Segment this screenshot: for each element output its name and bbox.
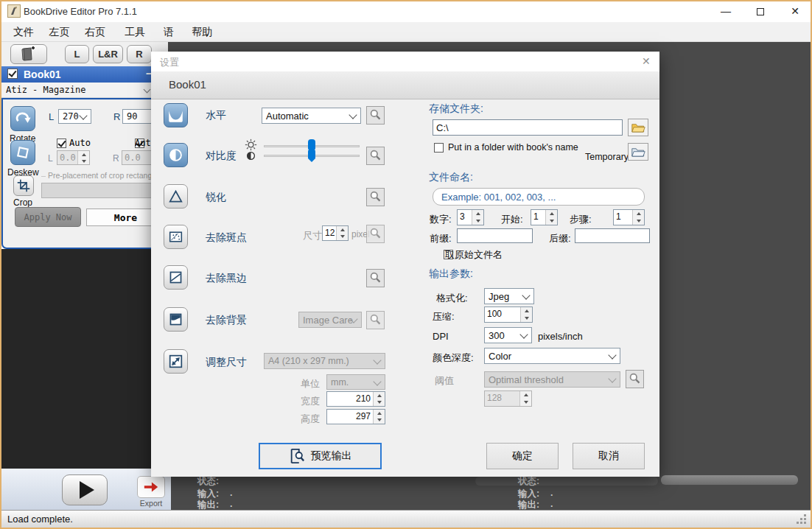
menu-tools[interactable]: 工具 — [119, 22, 151, 43]
resize-unit-label: 单位 — [301, 377, 320, 390]
color-depth-select[interactable]: Color — [484, 348, 620, 364]
menu-bar: 文件 左页 右页 工具 语 帮助 — [0, 22, 812, 42]
export-button[interactable] — [137, 476, 165, 498]
maximize-button[interactable] — [748, 0, 773, 22]
magnifier-icon — [629, 373, 641, 385]
threshold-value-spinner[interactable]: 128 — [484, 390, 532, 407]
step-spinner[interactable]: 1 — [613, 209, 645, 225]
spin-down-icon[interactable] — [520, 399, 531, 406]
spin-down-icon[interactable] — [472, 217, 483, 225]
rotate-icon[interactable] — [10, 106, 35, 131]
compression-label: 压缩: — [433, 310, 455, 323]
spin-down-icon[interactable] — [521, 315, 532, 322]
spin-up-icon[interactable] — [546, 210, 557, 217]
deskew-l-spinner[interactable]: 0.0 — [57, 150, 90, 165]
menu-left-page[interactable]: 左页 — [43, 22, 75, 43]
contrast-label: 对比度 — [206, 150, 237, 163]
resize-height-spinner[interactable]: 297 — [326, 409, 385, 424]
resize-unit-select[interactable]: mm. — [326, 374, 385, 390]
contrast-preview-button[interactable] — [366, 147, 385, 165]
despeckle-preview-button[interactable] — [366, 225, 385, 243]
spin-up-icon[interactable] — [521, 307, 532, 315]
play-button[interactable] — [62, 474, 108, 505]
ok-button[interactable]: 确定 — [486, 443, 559, 469]
level-select[interactable]: Automatic — [262, 108, 361, 124]
deskew-icon[interactable] — [10, 140, 35, 165]
export-label: Export — [131, 499, 171, 508]
menu-language[interactable]: 语 — [158, 22, 180, 43]
chevron-down-icon — [522, 291, 530, 299]
storage-path-input[interactable] — [433, 119, 623, 136]
start-spinner[interactable]: 1 — [531, 209, 558, 225]
compression-spinner[interactable]: 100 — [484, 306, 533, 323]
rotate-l-select[interactable]: 270 — [58, 109, 91, 124]
both-pages-button[interactable]: L&R — [93, 45, 123, 63]
resize-preset-select[interactable]: A4 (210 x 297 mm.) — [264, 353, 385, 369]
contrast-slider-thumb[interactable] — [308, 149, 315, 162]
spin-down-icon[interactable] — [374, 399, 385, 407]
temporary-label: Temporary — [585, 152, 629, 162]
minimize-button[interactable]: — — [713, 0, 738, 22]
book-checkbox[interactable] — [7, 69, 18, 79]
resize-label: 调整尺寸 — [206, 356, 247, 369]
spin-up-icon[interactable] — [374, 410, 385, 417]
dialog-header: Book01 — [151, 71, 659, 99]
spin-down-icon[interactable] — [546, 217, 557, 225]
new-book-icon — [19, 46, 38, 63]
chevron-down-icon — [608, 374, 616, 382]
menu-file[interactable]: 文件 — [7, 22, 40, 43]
browse-folder-button[interactable] — [628, 119, 648, 136]
spin-up-icon[interactable] — [520, 391, 531, 399]
dialog-book-name: Book01 — [169, 78, 206, 91]
resize-width-spinner[interactable]: 210 — [326, 391, 385, 407]
crop-icon[interactable] — [13, 175, 34, 196]
temporary-folder-button[interactable] — [628, 143, 648, 161]
prefix-input[interactable] — [457, 228, 533, 243]
magnifier-icon — [369, 191, 382, 203]
new-book-button[interactable] — [10, 44, 47, 64]
spin-down-icon[interactable] — [374, 417, 385, 424]
folder-with-book-name-checkbox[interactable] — [434, 143, 444, 153]
dpi-select[interactable]: 300 — [484, 327, 532, 343]
right-page-button[interactable]: R — [127, 45, 152, 63]
dialog-close-button[interactable]: ✕ — [642, 55, 651, 67]
sharpen-preview-button[interactable] — [366, 188, 385, 206]
rotate-l-label: L — [49, 111, 54, 122]
despeckle-label: 去除斑点 — [206, 231, 247, 245]
threshold-preview-button[interactable] — [626, 370, 644, 388]
background-preview-button[interactable] — [366, 311, 385, 329]
suffix-input[interactable] — [575, 228, 650, 243]
spin-up-icon[interactable] — [337, 226, 348, 234]
spin-up-icon[interactable] — [633, 210, 644, 217]
preview-output-button[interactable]: 预览输出 — [259, 443, 382, 469]
spin-up-icon[interactable] — [472, 210, 483, 217]
digits-spinner[interactable]: 3 — [457, 209, 484, 225]
format-select[interactable]: Jpeg — [484, 288, 534, 304]
menu-help[interactable]: 帮助 — [186, 22, 218, 43]
magnifier-icon — [369, 272, 382, 284]
cancel-button[interactable]: 取消 — [573, 443, 645, 469]
close-button[interactable]: ✕ — [783, 0, 808, 22]
left-page-button[interactable]: L — [65, 45, 89, 63]
spin-down-icon[interactable] — [633, 217, 644, 225]
chevron-down-icon — [519, 330, 528, 338]
left-output-value: . — [230, 499, 232, 509]
spin-up-icon[interactable] — [374, 392, 385, 399]
suffix-label: 后缀: — [549, 232, 571, 245]
spin-down-icon[interactable] — [78, 158, 89, 164]
profile-dropdown[interactable]: Atiz - Magazine — [1, 83, 168, 98]
despeckle-size-spinner[interactable]: 12 — [322, 225, 349, 241]
spin-down-icon[interactable] — [337, 234, 348, 241]
apply-now-button[interactable]: Apply Now — [15, 207, 81, 227]
menu-right-page[interactable]: 右页 — [79, 22, 111, 43]
spin-up-icon[interactable] — [78, 151, 89, 158]
black-border-preview-button[interactable] — [366, 269, 385, 287]
threshold-select[interactable]: Optimal threshold — [484, 371, 620, 388]
resize-grip[interactable] — [797, 514, 806, 524]
deskew-auto-l-checkbox[interactable] — [57, 139, 66, 148]
crop-preplacement-select[interactable] — [41, 183, 165, 198]
left-input-value: . — [230, 488, 232, 498]
background-select[interactable]: Image Care — [298, 312, 362, 328]
level-preview-button[interactable] — [366, 106, 385, 125]
magnifier-icon — [369, 150, 382, 162]
